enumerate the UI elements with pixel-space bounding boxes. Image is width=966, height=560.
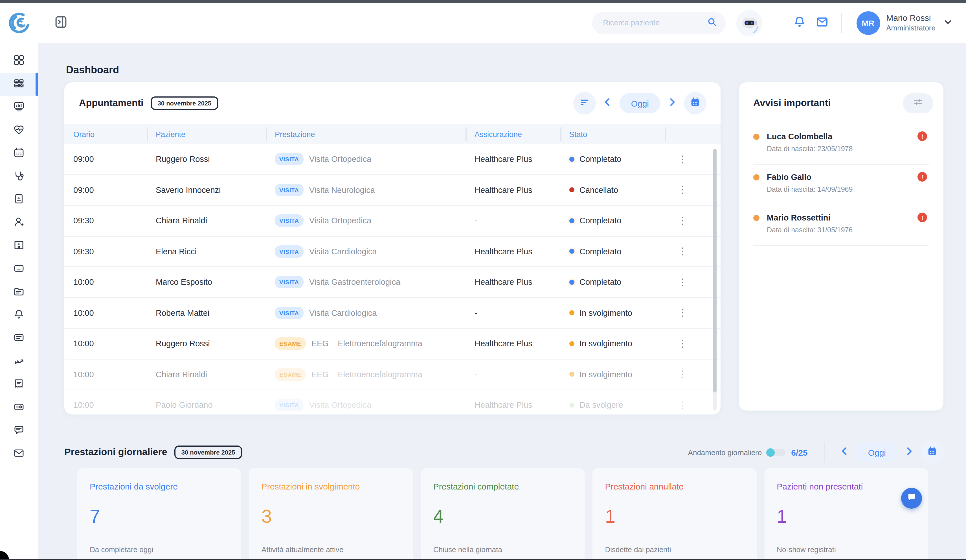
alert-list-item: Fabio Gallo Data di nascita: 14/09/1969 … [753, 165, 929, 205]
appointment-time: 09:00 [64, 185, 147, 195]
appointment-status: Cancellato [580, 185, 618, 195]
row-menu-button[interactable]: ⋮ [674, 276, 691, 288]
chat-icon [13, 424, 25, 438]
previous-day-button[interactable] [600, 95, 616, 112]
daily-calendar-button[interactable] [921, 441, 943, 463]
scrollbar-thumb[interactable] [713, 149, 716, 393]
table-row: 10:00 Paolo Giordano VISITA Visita Ortop… [64, 389, 721, 414]
sidebar-item-chat[interactable] [0, 419, 38, 443]
alert-patient-dob: Data di nascita: 14/09/1969 [767, 185, 929, 193]
wallet-icon [13, 262, 25, 276]
sidebar-item-journal[interactable] [0, 327, 38, 350]
stat-card-value: 1 [605, 506, 744, 527]
daily-next-button[interactable] [900, 444, 917, 461]
alerts-list: Luca Colombella Data di nascita: 23/05/1… [739, 124, 943, 246]
stat-card-title: Pazienti non presentati [777, 481, 916, 491]
appointment-status: In svolgimento [580, 339, 632, 348]
daily-controls-divider [825, 442, 825, 462]
appointment-service: Visita Ortopedica [309, 401, 371, 410]
alerts-settings-button[interactable] [903, 93, 933, 113]
stat-card-subtitle: Attività attualmente attive [261, 545, 401, 554]
row-menu-button[interactable]: ⋮ [674, 368, 691, 380]
appointment-service: EEG – Elettroencefalogramma [312, 339, 422, 348]
user-menu[interactable]: MR Mario Rossi Amministratore [856, 11, 953, 35]
sidebar-item-prescriptions[interactable] [0, 188, 38, 211]
sidebar-item-overview[interactable] [0, 73, 38, 96]
stat-card: Prestazioni completate 4 Chiuse nella gi… [421, 468, 585, 560]
appointment-status: Completato [580, 278, 621, 287]
filter-button[interactable] [573, 92, 596, 115]
appointment-type-badge: VISITA [275, 276, 304, 288]
appointment-status: Da svolgere [580, 401, 623, 410]
appointment-type-badge: VISITA [275, 153, 304, 165]
assistant-robot-button[interactable] [736, 9, 762, 36]
appointment-insurance: - [465, 216, 560, 225]
table-scrollbar [713, 149, 716, 411]
column-header-stato[interactable]: Stato [560, 124, 665, 144]
row-menu-button[interactable]: ⋮ [674, 153, 691, 165]
alert-warning-badge: ! [917, 131, 927, 141]
sidebar-item-statistics[interactable] [0, 96, 38, 119]
row-menu-button[interactable]: ⋮ [674, 399, 691, 411]
sidebar-item-trends[interactable] [0, 350, 38, 373]
sidebar-item-card-access[interactable] [0, 396, 38, 419]
sidebar-nav [0, 50, 38, 466]
alert-patient-dob: Data di nascita: 23/05/1978 [767, 145, 929, 153]
card-reader-icon [13, 401, 25, 415]
sidebar-item-health[interactable] [0, 119, 38, 142]
sidebar-item-add-patient[interactable] [0, 211, 38, 234]
search-input[interactable] [602, 18, 706, 28]
table-row: 10:00 Chiara Rinaldi ESAME EEG – Elettro… [64, 359, 721, 389]
daily-today-button[interactable]: Oggi [857, 442, 897, 462]
status-dot [569, 188, 574, 193]
stat-card-value: 1 [777, 506, 916, 527]
sidebar-item-dashboard[interactable] [0, 50, 38, 73]
row-menu-button[interactable]: ⋮ [674, 307, 691, 319]
calendar-picker-button[interactable] [684, 92, 706, 115]
sidebar-item-facility[interactable] [0, 234, 38, 258]
alert-patient-name: Mario Rossettini [767, 205, 929, 222]
filter-lines-icon [579, 97, 590, 110]
chevron-down-icon [943, 17, 953, 28]
page-title: Dashboard [66, 64, 119, 76]
search-icon[interactable] [706, 16, 718, 29]
sidebar-item-receipts[interactable] [0, 373, 38, 396]
column-header-orario[interactable]: Orario [64, 124, 147, 144]
stat-card-subtitle: No-show registrati [777, 545, 916, 554]
sidebar-collapse-button[interactable] [53, 15, 69, 31]
appointment-patient: Marco Esposito [147, 278, 266, 287]
heart-pulse-icon [13, 123, 25, 138]
chevron-left-icon [603, 97, 613, 110]
sidebar-item-notifications[interactable] [0, 304, 38, 327]
appointment-type-badge: VISITA [275, 307, 304, 319]
user-role: Amministratore [886, 24, 936, 33]
next-day-button[interactable] [664, 95, 680, 112]
row-menu-button[interactable]: ⋮ [674, 246, 691, 257]
chat-fab-button[interactable] [901, 488, 922, 509]
appointment-insurance: Healthcare Plus [465, 339, 560, 348]
window-top-strip [0, 0, 966, 3]
sidebar-item-calendar[interactable] [0, 142, 38, 165]
messages-button[interactable] [810, 11, 833, 34]
daily-date-badge: 30 novembre 2025 [175, 445, 242, 459]
column-header-prestazione[interactable]: Prestazione [266, 124, 465, 144]
robot-icon [736, 28, 762, 38]
sidebar-item-visits[interactable] [0, 165, 38, 188]
app-logo [7, 11, 31, 35]
row-menu-button[interactable]: ⋮ [674, 215, 691, 227]
column-header-paziente[interactable]: Paziente [147, 124, 266, 144]
column-header-assicurazione[interactable]: Assicurazione [465, 124, 560, 144]
notifications-button[interactable] [788, 11, 810, 34]
row-menu-button[interactable]: ⋮ [674, 338, 691, 350]
appointments-date-badge: 30 novembre 2025 [151, 97, 219, 110]
daily-trend-toggle[interactable] [767, 449, 785, 456]
sidebar-item-mail[interactable] [0, 443, 38, 466]
alert-status-dot [753, 215, 759, 221]
appointment-service: Visita Ortopedica [309, 155, 371, 164]
document-plus-icon [13, 193, 25, 207]
daily-previous-button[interactable] [836, 444, 853, 461]
sidebar-item-wallet[interactable] [0, 258, 38, 281]
sidebar-item-documents[interactable] [0, 281, 38, 304]
row-menu-button[interactable]: ⋮ [674, 184, 691, 196]
today-button[interactable]: Oggi [620, 93, 660, 113]
